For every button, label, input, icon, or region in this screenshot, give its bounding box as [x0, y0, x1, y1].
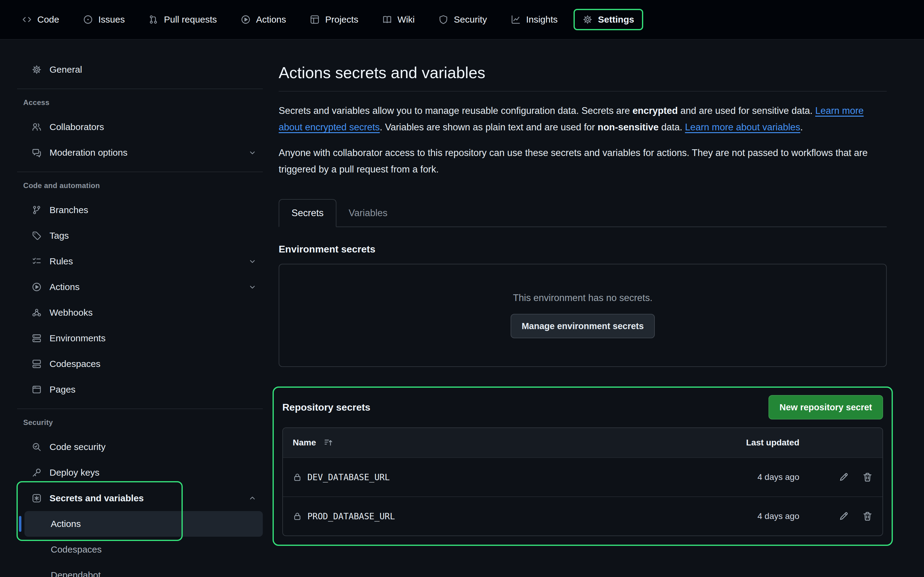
sidebar-item-pages[interactable]: Pages [17, 377, 263, 402]
page-title: Actions secrets and variables [279, 63, 887, 82]
sidebar-item-label: Codespaces [50, 359, 100, 369]
sidebar-section-title: Code and automation [23, 181, 263, 190]
chevron-down-icon [248, 283, 257, 291]
nav-tab-label: Code [37, 15, 59, 25]
sidebar-item-general[interactable]: General [17, 57, 263, 82]
sidebar-subitem-label: Actions [51, 519, 81, 529]
divider [17, 172, 263, 172]
environment-secrets-empty-state: This environment has no secrets. Manage … [279, 264, 887, 367]
tag-icon [32, 231, 42, 240]
sidebar-item-moderation-options[interactable]: Moderation options [17, 140, 263, 166]
repository-secrets-section: Repository secrets New repository secret… [273, 387, 893, 546]
nav-tab-wiki[interactable]: Wiki [374, 10, 423, 29]
lock-icon [293, 512, 302, 521]
nav-tab-label: Wiki [397, 15, 415, 25]
sidebar-item-label: Deploy keys [50, 467, 99, 478]
trash-icon [862, 511, 873, 521]
nav-tab-issues[interactable]: Issues [75, 10, 133, 29]
sidebar-item-environments[interactable]: Environments [17, 326, 263, 351]
intro-text: Secrets and variables allow you to manag… [279, 105, 633, 116]
comment-discussion-icon [32, 148, 42, 158]
nav-tab-label: Issues [99, 15, 125, 25]
sidebar-section-title: Security [23, 418, 263, 427]
shield-icon [438, 15, 448, 24]
intro-paragraph: Secrets and variables allow you to manag… [279, 103, 887, 135]
tab-secrets[interactable]: Secrets [279, 199, 336, 227]
tab-variables[interactable]: Variables [336, 200, 400, 227]
delete-secret-button[interactable] [862, 472, 873, 482]
trash-icon [862, 472, 873, 482]
sidebar-item-rules[interactable]: Rules [17, 248, 263, 274]
empty-state-text: This environment has no secrets. [513, 292, 653, 303]
sidebar-item-label: Tags [50, 230, 69, 241]
sidebar-item-label: Actions [50, 282, 79, 292]
sidebar-item-deploy-keys[interactable]: Deploy keys [17, 460, 263, 485]
secret-name: DEV_DATABASE_URL [307, 472, 390, 482]
new-repository-secret-button[interactable]: New repository secret [769, 395, 883, 419]
repository-secrets-table: Name Last updated DEV_DATABASE_URL 4 day… [282, 427, 883, 536]
sidebar-item-tags[interactable]: Tags [17, 223, 263, 248]
nav-tab-pull-requests[interactable]: Pull requests [141, 10, 225, 29]
sidebar-item-label: Collaborators [50, 122, 104, 132]
nav-tab-settings[interactable]: Settings [573, 9, 643, 30]
pencil-icon [838, 472, 849, 482]
repo-nav-tabs: Code Issues Pull requests Actions Projec… [14, 9, 643, 30]
sidebar-item-actions[interactable]: Actions [17, 274, 263, 300]
intro-bold-encrypted: encrypted [633, 105, 678, 116]
nav-tab-projects[interactable]: Projects [302, 10, 366, 29]
repository-secrets-header: Repository secrets New repository secret [282, 395, 883, 419]
nav-tab-label: Projects [325, 15, 358, 25]
divider [17, 89, 263, 89]
nav-tab-label: Insights [526, 15, 557, 25]
sidebar-item-secrets-and-variables[interactable]: Secrets and variables [17, 485, 263, 511]
last-updated-column-header: Last updated [701, 438, 799, 448]
gear-icon [583, 15, 593, 24]
sidebar-item-collaborators[interactable]: Collaborators [17, 114, 263, 140]
nav-tab-label: Pull requests [164, 15, 216, 25]
edit-secret-button[interactable] [838, 511, 849, 521]
browser-icon [32, 385, 42, 395]
sidebar-item-code-security[interactable]: Code security [17, 434, 263, 460]
settings-content: Actions secrets and variables Secrets an… [279, 40, 924, 577]
sidebar-item-label: Secrets and variables [50, 493, 144, 503]
nav-tab-code[interactable]: Code [14, 10, 67, 29]
sidebar-item-webhooks[interactable]: Webhooks [17, 300, 263, 326]
name-column-header[interactable]: Name [293, 438, 316, 448]
sidebar-item-label: Pages [50, 384, 76, 395]
sidebar-item-label: General [50, 64, 82, 75]
sidebar-item-label: Webhooks [50, 308, 92, 318]
sidebar-subitem-dependabot[interactable]: Dependabot [24, 562, 263, 577]
nav-tab-label: Actions [256, 15, 286, 25]
repo-nav: Code Issues Pull requests Actions Projec… [0, 0, 924, 40]
manage-environment-secrets-button[interactable]: Manage environment secrets [510, 314, 655, 338]
play-icon [32, 282, 42, 292]
sidebar-item-codespaces[interactable]: Codespaces [17, 351, 263, 377]
nav-tab-security[interactable]: Security [431, 10, 495, 29]
nav-tab-actions[interactable]: Actions [233, 10, 294, 29]
rules-icon [32, 256, 42, 266]
key-icon [32, 468, 42, 477]
nav-tab-insights[interactable]: Insights [503, 10, 565, 29]
sidebar-item-branches[interactable]: Branches [17, 197, 263, 223]
secret-last-updated: 4 days ago [701, 511, 799, 521]
server-icon [32, 334, 42, 343]
nav-tab-label: Settings [598, 15, 634, 25]
intro-bold-non-sensitive: non-sensitive [598, 122, 659, 132]
divider [279, 91, 887, 92]
sidebar-subitem-label: Dependabot [51, 570, 100, 577]
sidebar-subitem-label: Codespaces [51, 544, 102, 555]
repository-secrets-heading: Repository secrets [282, 401, 370, 413]
link-variables[interactable]: Learn more about variables [685, 122, 800, 132]
edit-secret-button[interactable] [838, 472, 849, 482]
sidebar-subitem-actions[interactable]: Actions [24, 511, 263, 537]
lock-icon [293, 472, 302, 482]
selected-indicator [19, 516, 21, 532]
intro-text: . [800, 122, 803, 132]
sidebar-subitem-codespaces[interactable]: Codespaces [24, 537, 263, 562]
settings-sidebar: General Access Collaborators Moderation … [0, 40, 279, 577]
delete-secret-button[interactable] [862, 511, 873, 521]
secret-row: PROD_DATABASE_URL 4 days ago [283, 496, 882, 535]
sidebar-item-label: Moderation options [50, 147, 128, 158]
chevron-down-icon [248, 257, 257, 266]
sort-ascending-icon[interactable] [324, 438, 333, 447]
